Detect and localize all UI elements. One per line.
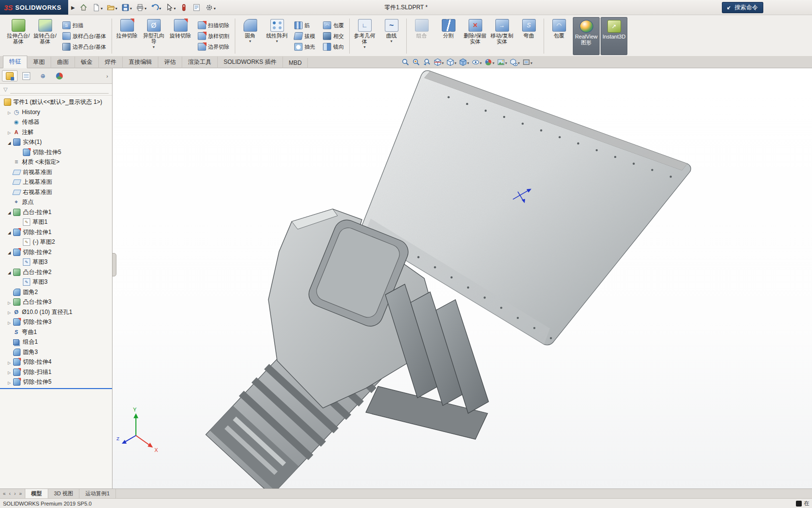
ribbon-tab[interactable]: 钣金	[75, 57, 99, 68]
ribbon-tab[interactable]: 草图	[27, 57, 51, 68]
ribbon-tab[interactable]: 特征	[3, 56, 27, 68]
loft-cut-button[interactable]: 放样切割	[195, 31, 232, 41]
dropdown-caret[interactable]	[480, 59, 482, 66]
open-icon[interactable]	[105, 2, 119, 13]
tree-expand-arrow[interactable]	[8, 229, 13, 235]
combine-button[interactable]: 组合	[408, 16, 435, 56]
dropdown-caret[interactable]: ▾	[249, 39, 251, 43]
tree-item[interactable]: 凸台-拉伸3	[0, 297, 112, 308]
panel-expand-chevron[interactable]: ›	[104, 73, 110, 79]
new-document-icon[interactable]	[91, 2, 104, 13]
rib-button[interactable]: 筋	[292, 20, 318, 30]
dropdown-caret[interactable]: ▾	[276, 39, 278, 43]
fillet-button[interactable]: 圆角 ▾	[237, 16, 264, 56]
dropdown-caret[interactable]	[492, 59, 494, 66]
tree-item[interactable]: History	[0, 107, 112, 117]
tree-item[interactable]: 传感器	[0, 117, 112, 128]
tree-expand-arrow[interactable]	[8, 209, 13, 215]
undo-icon[interactable]	[149, 2, 163, 13]
dropdown-caret[interactable]: ▾	[391, 39, 393, 43]
command-search[interactable]: 搜索命令	[722, 2, 763, 13]
propertymanager-tab[interactable]	[19, 70, 34, 81]
panel-splitter-handle[interactable]	[112, 253, 116, 276]
section-view-icon[interactable]	[433, 57, 445, 67]
realview-graphics-button[interactable]: RealView图形	[573, 17, 600, 55]
tree-item[interactable]: 原点	[0, 197, 112, 208]
dropdown-caret[interactable]	[467, 59, 469, 66]
tree-item[interactable]: 圆角2	[0, 287, 112, 297]
display-style-icon[interactable]	[458, 57, 470, 67]
tree-expand-arrow[interactable]	[8, 369, 13, 375]
sweep-cut-button[interactable]: 扫描切除	[195, 20, 232, 30]
tree-item[interactable]: 切除-拉伸5	[0, 377, 112, 388]
frame-icon[interactable]	[521, 57, 533, 67]
tree-item[interactable]: 草图1	[0, 217, 112, 228]
dropdown-caret[interactable]	[174, 4, 176, 11]
tree-expand-arrow[interactable]	[8, 379, 13, 386]
view-orientation-icon[interactable]	[445, 57, 457, 67]
tree-item[interactable]: 切除-拉伸1	[0, 227, 112, 237]
previous-page-icon[interactable]: ‹	[8, 491, 12, 496]
view-settings-icon[interactable]	[509, 57, 521, 67]
tree-filter-input[interactable]	[10, 86, 109, 94]
revolve-boss-button[interactable]: 旋转凸台/基体	[32, 16, 58, 56]
edit-appearance-icon[interactable]	[483, 57, 495, 67]
mirror-button[interactable]: 镜向	[321, 42, 346, 52]
document-tab[interactable]: 模型	[25, 489, 48, 498]
apply-scene-icon[interactable]	[496, 57, 508, 67]
flex-button[interactable]: 弯曲	[515, 16, 542, 56]
boundary-boss-button[interactable]: 边界凸台/基体	[60, 42, 109, 52]
tree-item[interactable]: 右视基准面	[0, 187, 112, 197]
dropdown-caret[interactable]	[130, 4, 132, 11]
tree-expand-arrow[interactable]	[8, 139, 13, 146]
reference-geometry-button[interactable]: 参考几何体 ▾	[351, 16, 378, 56]
tree-expand-arrow[interactable]	[8, 359, 13, 366]
tree-item[interactable]: Ø10.0 (10) 直径孔1	[0, 307, 112, 317]
linear-pattern-button[interactable]: 线性阵列 ▾	[264, 16, 290, 56]
curves-button[interactable]: 曲线 ▾	[378, 16, 405, 56]
tree-expand-arrow[interactable]	[8, 129, 13, 136]
ribbon-tab[interactable]: 焊件	[99, 57, 123, 68]
next-page-icon[interactable]: ›	[13, 491, 17, 496]
tree-item[interactable]: 组合1	[0, 337, 112, 348]
intersect-button[interactable]: 相交	[321, 31, 346, 41]
tree-item[interactable]: 切除-拉伸2	[0, 247, 112, 257]
ribbon-tab[interactable]: MBD	[283, 58, 308, 68]
featuremanager-tree-tab[interactable]	[2, 70, 18, 81]
tree-expand-arrow[interactable]	[8, 249, 13, 255]
tree-expand-arrow[interactable]	[8, 309, 13, 315]
dropdown-caret[interactable]	[442, 59, 444, 66]
ribbon-tab[interactable]: 直接编辑	[123, 57, 158, 68]
document-tab[interactable]: 3D 视图	[48, 489, 79, 498]
tree-item[interactable]: 凸台-拉伸1	[0, 207, 112, 217]
ribbon-tab[interactable]: 曲面	[51, 57, 75, 68]
tree-item[interactable]: 实体(1)	[0, 137, 112, 148]
instant3d-button[interactable]: Instant3D	[601, 17, 627, 55]
delete-keep-body-button[interactable]: 删除/保留实体	[462, 16, 489, 56]
extrude-boss-button[interactable]: 拉伸凸台/基体	[5, 16, 32, 56]
dropdown-caret[interactable]	[145, 4, 147, 11]
previous-view-icon[interactable]	[422, 57, 432, 67]
menu-expand-arrow-icon[interactable]: ▶	[71, 5, 75, 10]
zoom-fit-icon[interactable]	[400, 57, 411, 67]
tree-item[interactable]: 前视基准面	[0, 167, 112, 177]
wrap-button[interactable]: 包覆	[321, 20, 346, 30]
tree-expand-arrow[interactable]	[8, 269, 13, 275]
boundary-cut-button[interactable]: 边界切除	[195, 42, 232, 52]
wrap-big-button[interactable]: 包覆	[546, 16, 572, 56]
tree-item[interactable]: 圆角3	[0, 347, 112, 357]
tree-expand-arrow[interactable]	[8, 319, 13, 326]
dropdown-caret[interactable]	[530, 59, 532, 66]
tree-expand-arrow[interactable]	[8, 299, 13, 306]
tree-item[interactable]: 切除-扫描1	[0, 367, 112, 377]
move-copy-body-button[interactable]: 移动/复制实体	[489, 16, 515, 56]
tree-item[interactable]: 凸台-拉伸2	[0, 267, 112, 277]
print-icon[interactable]	[134, 2, 148, 13]
ribbon-tab[interactable]: 渲染工具	[182, 57, 218, 68]
hole-wizard-button[interactable]: 异型孔向导 ▾	[140, 16, 167, 56]
select-cursor-icon[interactable]	[164, 2, 177, 13]
dropdown-caret[interactable]	[505, 59, 507, 66]
configurationmanager-tab[interactable]	[35, 70, 51, 81]
dropdown-caret[interactable]: ▾	[364, 45, 366, 49]
rollback-bar[interactable]	[0, 388, 112, 389]
